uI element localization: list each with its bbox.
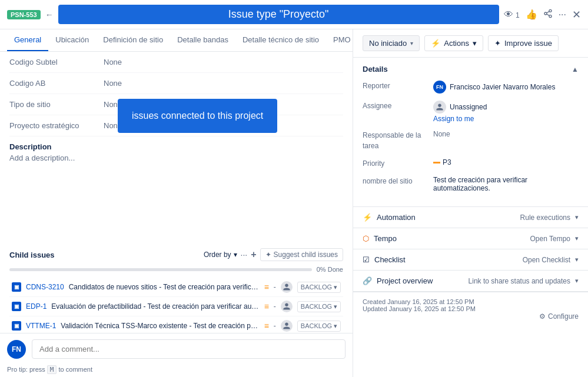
child-issue-status[interactable]: BACKLOG ▾ [297,321,341,332]
checklist-title: Checklist [374,255,518,264]
configure-button[interactable]: ⚙ Configure [539,312,579,321]
tab-bar: General Ubicación Definición de sitio De… [0,29,353,52]
child-issues-actions: Order by ▾ ··· + ✦ Suggest child issues [204,248,343,261]
automation-header[interactable]: ⚡ Automation Rule executions ▾ [353,207,588,228]
checklist-section: ☑ Checklist Open Checklist ▾ [353,249,588,271]
child-issue-item[interactable]: ▣ EDP-1 Evaluación de prefactibilidad - … [9,297,343,316]
add-child-issue-button[interactable]: + [251,249,256,260]
share-icon[interactable] [543,9,553,21]
status-bar: No iniciado ▾ ⚡ Actions ▾ ✦ Improve issu… [353,29,588,58]
child-issues-section: Child issues Order by ▾ ··· + ✦ Suggest … [9,243,343,333]
responsable-label: Responsable de la tarea [363,130,433,151]
description-title: Description [9,142,343,151]
order-by-button[interactable]: Order by ▾ [204,251,237,259]
child-issue-item[interactable]: ▣ VTTME-1 Validación Técnica TSS-Marco e… [9,316,343,333]
details-section: Details ▲ Reporter FN Francisco Javier N… [353,58,588,207]
child-issue-icon: ▣ [12,282,21,292]
assign-to-me-link[interactable]: Assign to me [433,115,579,123]
progress-container: 0% Done [9,266,343,273]
assignee-avatar [281,301,293,312]
detail-responsable: Responsable de la tarea None [363,130,579,151]
child-issue-icon: ▣ [12,321,21,331]
child-issue-title: Evaluación de prefactibilidad - Test de … [51,302,259,311]
assignee-avatar [281,281,293,293]
responsable-value: None [433,130,579,138]
child-issue-id: VTTME-1 [26,322,56,330]
assignee-avatar [281,320,293,332]
pro-tip: Pro tip: press M to comment [0,365,353,377]
more-options-child-icon[interactable]: ··· [241,250,248,259]
assignee-icon [433,101,446,114]
details-chevron-icon: ▲ [572,65,579,74]
child-issue-id: EDP-1 [26,302,46,311]
priority-icon: ≡ [264,302,269,311]
close-icon[interactable]: ✕ [572,8,581,21]
right-panel: No iniciado ▾ ⚡ Actions ▾ ✦ Improve issu… [353,29,588,377]
suggest-child-issues-button[interactable]: ✦ Suggest child issues [260,248,343,261]
description-section: Description Add a description... [9,136,343,168]
created-timestamp: Created January 16, 2025 at 12:50 PM [363,298,579,305]
tempo-section: ⬡ Tempo Open Tempo ▾ [353,228,588,249]
tooltip-overlay: issues connected to this project [118,99,277,133]
main-layout: General Ubicación Definición de sitio De… [0,29,588,377]
tempo-subtitle: Open Tempo [530,235,571,243]
assignee-label: Assignee [363,101,433,111]
comment-section: FN [0,333,353,365]
page-header: PSN-553 ← Issue type "Proyecto" 👁 1 👍 ··… [0,0,588,29]
reporter-avatar: FN [433,81,446,94]
tab-detalle-bandas[interactable]: Detalle bandas [170,29,235,51]
checklist-header[interactable]: ☑ Checklist Open Checklist ▾ [353,249,588,270]
description-placeholder[interactable]: Add a description... [9,154,343,162]
updated-timestamp: Updated January 16, 2025 at 12:50 PM [363,305,579,312]
child-issue-id: CDNS-3210 [26,283,64,291]
tempo-title: Tempo [374,234,526,243]
left-content: Codigo Subtel None Codigo AB None Tipo d… [0,52,353,333]
automation-title: Automation [377,213,516,222]
svg-line-3 [546,14,549,16]
detail-assignee: Assignee Unassigned Assign to me [363,101,579,123]
project-overview-title: Project overview [377,276,464,285]
left-panel: General Ubicación Definición de sitio De… [0,29,353,377]
progress-text: 0% Done [317,266,343,273]
priority-line-icon [433,162,440,164]
tab-detalle-tecnico[interactable]: Detalle técnico de sitio [235,29,326,51]
thumbs-up-icon[interactable]: 👍 [526,9,537,20]
priority-value: P3 [433,158,451,166]
tab-definicion[interactable]: Definición de sitio [96,29,170,51]
status-chevron-icon: ▾ [410,40,413,46]
back-arrow[interactable]: ← [45,10,54,19]
field-codigo-subtel: Codigo Subtel None [9,52,343,73]
child-issue-status[interactable]: BACKLOG ▾ [297,301,341,312]
tab-pmo[interactable]: PMO [326,29,353,51]
tab-ubicacion[interactable]: Ubicación [48,29,96,51]
tab-general[interactable]: General [7,29,48,51]
svg-point-0 [549,9,552,12]
tempo-chevron-icon: ▾ [575,235,579,242]
svg-point-1 [544,12,547,15]
status-button[interactable]: No iniciado ▾ [363,35,420,51]
reporter-label: Reporter [363,81,433,91]
child-issue-status[interactable]: BACKLOG ▾ [297,282,341,293]
automation-subtitle: Rule executions [520,213,570,222]
reporter-name: Francisco Javier Navarro Morales [450,83,555,91]
comment-user-avatar: FN [7,340,26,359]
improve-issue-button[interactable]: ✦ Improve issue [488,35,559,51]
tempo-header[interactable]: ⬡ Tempo Open Tempo ▾ [353,228,588,249]
field-codigo-ab: Codigo AB None [9,73,343,94]
details-section-header[interactable]: Details ▲ [363,65,579,74]
priority-icon: ≡ [264,321,269,331]
issue-badge: PSN-553 [7,10,41,19]
right-footer: Created January 16, 2025 at 12:50 PM Upd… [353,292,588,326]
header-actions: 👁 1 👍 ··· ✕ [504,8,581,21]
reporter-info: FN Francisco Javier Navarro Morales [433,81,579,94]
more-options-icon[interactable]: ··· [559,9,566,20]
child-issues-title: Child issues [9,251,55,259]
nombre-sitio-value: Test de creación para verificar automati… [433,176,579,192]
child-issue-item[interactable]: ▣ CDNS-3210 Candidatos de nuevos sitios … [9,278,343,297]
project-overview-header[interactable]: 🔗 Project overview Link to share status … [353,271,588,291]
comment-input[interactable] [32,339,346,359]
watch-icon[interactable]: 👁 1 [504,9,520,20]
assignee-info: Unassigned [433,101,579,114]
actions-button[interactable]: ⚡ Actions ▾ [424,35,483,51]
checklist-subtitle: Open Checklist [523,256,570,264]
